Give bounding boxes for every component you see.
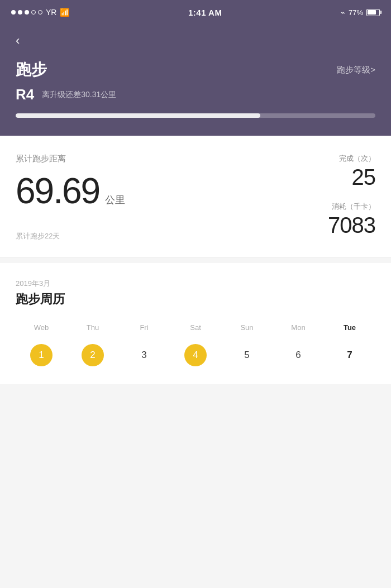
progress-bar-fill — [16, 113, 260, 118]
dot-5 — [38, 10, 42, 15]
day-text-3: 3 — [133, 344, 155, 366]
cal-day-5[interactable]: 5 — [221, 340, 273, 371]
completions-value: 25 — [339, 166, 375, 188]
day-circle-2: 2 — [82, 344, 104, 366]
day-text-7: 7 — [338, 344, 361, 366]
distance-label: 累计跑步距离 — [16, 154, 286, 164]
progress-bar-bg — [16, 113, 375, 118]
stats-section: 累计跑步距离 69.69 公里 累计跑步22天 完成（次） 25 消耗（千卡） … — [0, 136, 391, 257]
stats-left: 累计跑步距离 69.69 公里 累计跑步22天 — [16, 154, 286, 241]
day-header-sat: Sat — [170, 319, 221, 340]
rank-row: R4 离升级还差30.31公里 — [16, 86, 375, 103]
cal-day-4[interactable]: 4 — [170, 340, 221, 371]
cal-day-6[interactable]: 6 — [273, 340, 324, 371]
calendar-header: 2019年3月 跑步周历 — [16, 279, 375, 308]
cal-day-3[interactable]: 3 — [118, 340, 170, 371]
day-circle-4: 4 — [184, 344, 207, 366]
day-header-fri: Fri — [118, 319, 170, 340]
day-header-tue: Tue — [324, 319, 375, 340]
back-button[interactable]: ‹ — [16, 34, 20, 48]
day-circle-1: 1 — [30, 344, 53, 366]
calories-stat: 消耗（千卡） 7083 — [328, 202, 375, 236]
calendar-title: 跑步周历 — [16, 291, 375, 308]
wifi-icon: 📶 — [60, 8, 69, 17]
distance-value: 69.69 — [16, 173, 99, 209]
status-bar: YR 📶 1:41 AM ⌁ 77% — [0, 0, 391, 25]
day-header-wed: Web — [16, 319, 67, 340]
calories-value: 7083 — [328, 214, 375, 236]
cal-day-7[interactable]: 7 — [324, 340, 375, 371]
battery-icon — [366, 9, 380, 16]
completions-stat: 完成（次） 25 — [339, 154, 375, 188]
dot-4 — [31, 10, 36, 15]
calendar-year-month: 2019年3月 — [16, 279, 375, 289]
cal-day-1[interactable]: 1 — [16, 340, 67, 371]
distance-unit: 公里 — [105, 193, 125, 207]
signal-dots — [11, 10, 42, 15]
header-title-row: 跑步 跑步等级> — [16, 59, 375, 80]
calendar-section: 2019年3月 跑步周历 Web Thu Fri Sat Sun Mon Tue… — [0, 263, 391, 384]
status-time: 1:41 AM — [188, 8, 222, 17]
day-header-sun: Sun — [221, 319, 273, 340]
status-left: YR 📶 — [11, 8, 69, 17]
bluetooth-icon: ⌁ — [341, 8, 345, 17]
battery-fill — [368, 10, 376, 15]
header-section: ‹ 跑步 跑步等级> R4 离升级还差30.31公里 — [0, 25, 391, 136]
calories-label: 消耗（千卡） — [328, 202, 375, 212]
rank-level: R4 — [16, 86, 34, 103]
dot-2 — [18, 10, 22, 15]
day-header-thu: Thu — [67, 319, 118, 340]
battery-percent: 77% — [349, 8, 363, 17]
cal-day-2[interactable]: 2 — [67, 340, 118, 371]
status-right: ⌁ 77% — [341, 8, 380, 17]
page-title: 跑步 — [16, 59, 47, 80]
days-label: 累计跑步22天 — [16, 231, 286, 241]
stats-right: 完成（次） 25 消耗（千卡） 7083 — [286, 154, 375, 236]
completions-label: 完成（次） — [339, 154, 375, 164]
distance-row: 69.69 公里 — [16, 173, 286, 209]
day-text-5: 5 — [236, 344, 258, 366]
day-text-6: 6 — [287, 344, 309, 366]
calendar-grid: Web Thu Fri Sat Sun Mon Tue 1 2 3 4 5 6 — [16, 319, 375, 371]
dot-1 — [11, 10, 16, 15]
day-header-mon: Mon — [273, 319, 324, 340]
rank-link[interactable]: 跑步等级> — [337, 65, 375, 75]
dot-3 — [25, 10, 29, 15]
carrier-label: YR — [46, 8, 56, 17]
rank-desc: 离升级还差30.31公里 — [42, 90, 116, 100]
